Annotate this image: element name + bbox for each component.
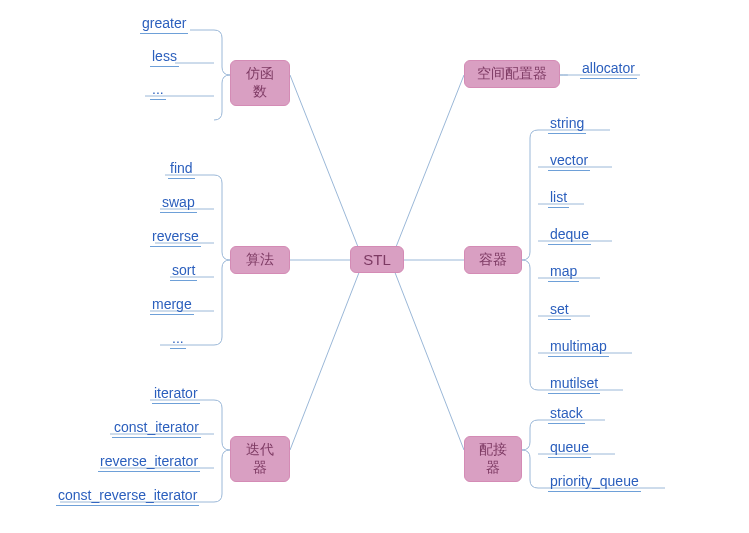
leaf: map <box>548 263 579 282</box>
leaf: const_iterator <box>112 419 201 438</box>
leaf: string <box>548 115 586 134</box>
leaf: stack <box>548 405 585 424</box>
leaf: allocator <box>580 60 637 79</box>
svg-line-5 <box>394 270 464 450</box>
leaf: deque <box>548 226 591 245</box>
leaf: multimap <box>548 338 609 357</box>
leaf: find <box>168 160 195 179</box>
leaf: vector <box>548 152 590 171</box>
svg-line-0 <box>290 75 360 252</box>
branch-container: 容器 <box>464 246 522 274</box>
leaf: merge <box>150 296 194 315</box>
branch-algorithm: 算法 <box>230 246 290 274</box>
leaf: queue <box>548 439 591 458</box>
leaf: ... <box>150 81 166 100</box>
leaf: const_reverse_iterator <box>56 487 199 506</box>
branch-allocator: 空间配置器 <box>464 60 560 88</box>
root-node: STL <box>350 246 404 273</box>
leaf: list <box>548 189 569 208</box>
svg-line-4 <box>290 270 360 450</box>
leaf: mutilset <box>548 375 600 394</box>
leaf: greater <box>140 15 188 34</box>
branch-functors: 仿函数 <box>230 60 290 106</box>
leaf: iterator <box>152 385 200 404</box>
svg-line-1 <box>394 75 464 252</box>
leaf: ... <box>170 330 186 349</box>
leaf: reverse <box>150 228 201 247</box>
leaf: reverse_iterator <box>98 453 200 472</box>
leaf: less <box>150 48 179 67</box>
leaf: set <box>548 301 571 320</box>
leaf: swap <box>160 194 197 213</box>
branch-iterator: 迭代器 <box>230 436 290 482</box>
leaf: sort <box>170 262 197 281</box>
branch-adapter: 配接器 <box>464 436 522 482</box>
leaf: priority_queue <box>548 473 641 492</box>
